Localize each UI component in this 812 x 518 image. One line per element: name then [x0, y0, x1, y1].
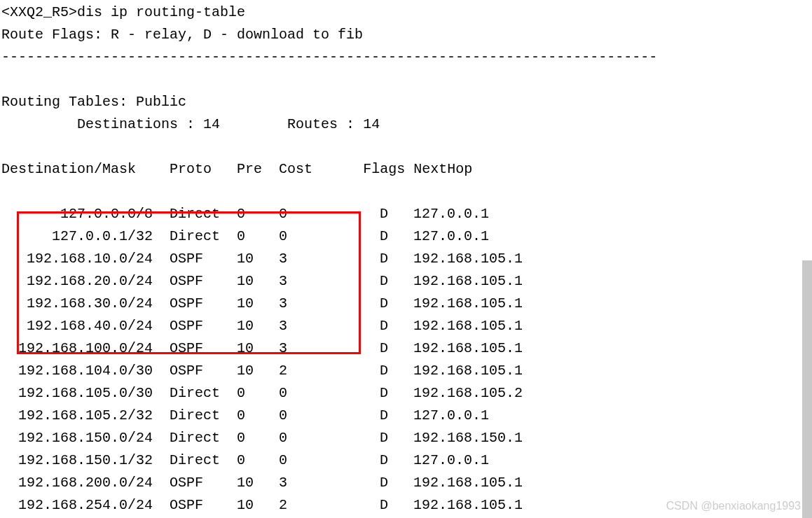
dest-label: Destinations :: [77, 116, 195, 132]
header-flags: Flags: [363, 161, 405, 177]
dest-count: 14: [203, 116, 220, 132]
tables-line: Routing Tables: Public: [1, 94, 186, 110]
header-nexthop: NextHop: [413, 161, 472, 177]
command-text: dis ip routing-table: [77, 4, 245, 20]
routes-label: Routes :: [287, 116, 355, 132]
header-proto: Proto: [170, 161, 212, 177]
watermark: CSDN @benxiaokang1993: [666, 500, 801, 512]
prompt: <XXQ2_R5>: [1, 4, 77, 20]
header-pre: Pre: [237, 161, 262, 177]
terminal-output[interactable]: <XXQ2_R5>dis ip routing-table Route Flag…: [0, 0, 812, 518]
vertical-scrollbar[interactable]: [802, 260, 812, 518]
flags-line: Route Flags: R - relay, D - download to …: [1, 27, 363, 43]
separator-line: ----------------------------------------…: [1, 49, 657, 65]
routing-rows: 127.0.0.0/8 Direct 0 0 D 127.0.0.1 127.0…: [1, 206, 523, 513]
header-dest: Destination/Mask: [1, 161, 136, 177]
header-cost: Cost: [279, 161, 312, 177]
routes-count: 14: [363, 116, 380, 132]
